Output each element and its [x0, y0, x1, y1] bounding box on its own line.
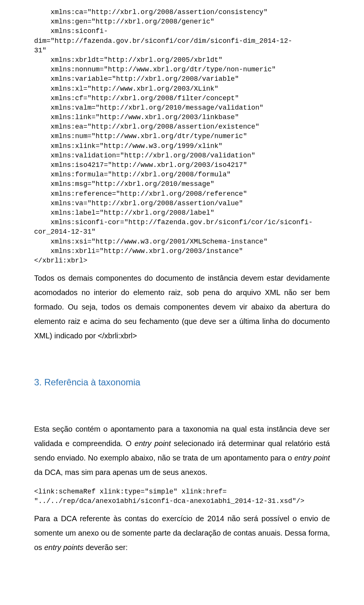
- schema-ref-code-block: <link:schemaRef xlink:type="simple" xlin…: [34, 487, 330, 506]
- entry-point-italic: entry point: [135, 439, 171, 448]
- paragraph-taxonomia-intro: Esta seção contém o apontamento para a t…: [34, 422, 330, 479]
- document-page: xmlns:ca="http://xbrl.org/2008/assertion…: [0, 0, 364, 570]
- paragraph-elemento-raiz: Todos os demais componentes do documento…: [34, 271, 330, 343]
- text-span: deverão ser:: [83, 543, 128, 552]
- heading-referencia-taxonomia: 3. Referência à taxonomia: [34, 377, 330, 388]
- paragraph-dca-entry-points: Para a DCA referente às contas do exercí…: [34, 511, 330, 555]
- entry-point-italic: entry point: [294, 454, 330, 462]
- xml-namespace-code-block: xmlns:ca="http://xbrl.org/2008/assertion…: [34, 8, 330, 266]
- entry-points-italic: entry points: [44, 543, 83, 552]
- text-span: da DCA, mas sim para apenas um de seus a…: [34, 468, 207, 476]
